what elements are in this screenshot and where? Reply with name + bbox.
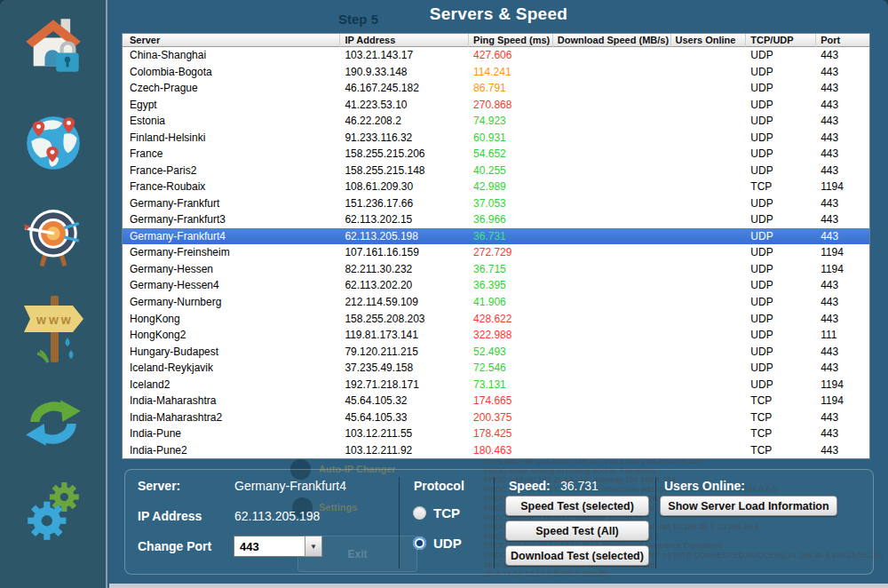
table-row[interactable]: Germany-Hessen462.113.202.2036.395UDP443 bbox=[123, 277, 869, 294]
cell-port[interactable]: 443 bbox=[816, 313, 869, 325]
table-row[interactable]: India-Pune103.12.211.55178.425TCP443 bbox=[123, 425, 869, 442]
cell-ip[interactable]: 62.113.202.20 bbox=[340, 279, 469, 291]
cell-protocol[interactable]: UDP bbox=[746, 197, 816, 210]
table-row[interactable]: France-Roubaix108.61.209.3042.989TCP1194 bbox=[123, 179, 869, 195]
table-row[interactable]: India-Maharashtra245.64.105.33200.375TCP… bbox=[123, 409, 869, 425]
cell-ping[interactable]: 174.665 bbox=[469, 394, 553, 407]
table-row[interactable]: Finland-Helsinki91.233.116.3260.931UDP44… bbox=[123, 130, 869, 147]
column-header-port[interactable]: Port bbox=[816, 34, 869, 47]
table-row[interactable]: Germany-Frankfurt462.113.205.19836.731UD… bbox=[123, 228, 869, 245]
cell-protocol[interactable]: TCP bbox=[746, 427, 816, 440]
cell-ping[interactable]: 54.652 bbox=[469, 147, 553, 160]
cell-protocol[interactable]: UDP bbox=[746, 164, 816, 177]
home-lock-icon[interactable] bbox=[23, 14, 83, 80]
tcp-radio[interactable] bbox=[413, 506, 426, 520]
cell-ip[interactable]: 119.81.173.141 bbox=[340, 329, 469, 341]
cell-ip[interactable]: 158.255.215.206 bbox=[340, 147, 469, 160]
cell-ping[interactable]: 270.868 bbox=[469, 99, 553, 111]
cell-port[interactable]: 443 bbox=[816, 411, 869, 424]
cell-ping[interactable]: 37.053 bbox=[469, 197, 553, 210]
cell-ping[interactable]: 180.463 bbox=[469, 444, 553, 457]
cell-ping[interactable]: 74.923 bbox=[469, 115, 553, 127]
cell-ip[interactable]: 45.64.105.33 bbox=[340, 411, 469, 424]
cell-port[interactable]: 1194 bbox=[816, 394, 869, 407]
cell-port[interactable]: 443 bbox=[816, 346, 869, 358]
cell-ip[interactable]: 103.12.211.92 bbox=[340, 444, 469, 457]
table-row[interactable]: Germany-Nurnberg212.114.59.10941.906UDP4… bbox=[123, 294, 869, 311]
table-row[interactable]: India-Pune2103.12.211.92180.463TCP443 bbox=[123, 441, 869, 458]
cell-port[interactable]: 443 bbox=[816, 147, 869, 160]
cell-port[interactable]: 111 bbox=[816, 329, 869, 341]
cell-port[interactable]: 1194 bbox=[816, 378, 869, 391]
table-row[interactable]: HongKong2119.81.173.141322.988UDP111 bbox=[123, 327, 869, 344]
cell-ip[interactable]: 192.71.218.171 bbox=[340, 378, 469, 391]
cell-ip[interactable]: 62.113.205.198 bbox=[340, 230, 469, 242]
cell-port[interactable]: 443 bbox=[816, 49, 869, 61]
column-header-users[interactable]: Users Online bbox=[671, 34, 747, 47]
chevron-down-icon[interactable]: ▼ bbox=[305, 536, 322, 557]
cell-port[interactable]: 443 bbox=[816, 296, 869, 308]
cell-ip[interactable]: 45.64.105.32 bbox=[340, 394, 469, 407]
cell-server[interactable]: Iceland-Reykjavik bbox=[123, 362, 340, 374]
table-row[interactable]: Hungary-Budapest79.120.211.21552.493UDP4… bbox=[123, 343, 869, 360]
column-header-protocol[interactable]: TCP/UDP bbox=[746, 34, 816, 47]
cell-ip[interactable]: 41.223.53.10 bbox=[340, 99, 469, 111]
cell-port[interactable]: 443 bbox=[816, 213, 869, 226]
cell-protocol[interactable]: UDP bbox=[746, 213, 816, 226]
globe-servers-icon[interactable] bbox=[24, 110, 83, 179]
show-server-load-button[interactable]: Show Server Load Information bbox=[660, 496, 837, 516]
cell-server[interactable]: HongKong2 bbox=[123, 329, 340, 341]
cell-ip[interactable]: 107.161.16.159 bbox=[340, 246, 469, 258]
cell-port[interactable]: 443 bbox=[816, 197, 869, 210]
cell-ping[interactable]: 428.622 bbox=[469, 313, 553, 325]
column-header-server[interactable]: Server bbox=[123, 34, 340, 47]
cell-protocol[interactable]: TCP bbox=[746, 411, 816, 424]
download-test-selected-button[interactable]: Download Test (selected) bbox=[505, 545, 649, 566]
cell-port[interactable]: 443 bbox=[816, 66, 869, 78]
table-row[interactable]: Iceland-Reykjavik37.235.49.15872.546UDP4… bbox=[123, 360, 869, 377]
cell-server[interactable]: Germany-Frankfurt4 bbox=[123, 230, 340, 242]
table-row[interactable]: India-Maharashtra45.64.105.32174.665TCP1… bbox=[123, 393, 869, 409]
cell-ip[interactable]: 46.22.208.2 bbox=[340, 115, 469, 127]
cell-ip[interactable]: 103.12.211.55 bbox=[340, 427, 469, 440]
cell-ping[interactable]: 60.931 bbox=[469, 131, 553, 144]
protocol-option-udp[interactable]: UDP bbox=[413, 536, 462, 551]
cell-protocol[interactable]: TCP bbox=[746, 180, 816, 193]
cell-ping[interactable]: 322.988 bbox=[469, 329, 553, 341]
cell-port[interactable]: 443 bbox=[816, 230, 869, 242]
cell-protocol[interactable]: UDP bbox=[746, 147, 816, 160]
cell-ip[interactable]: 46.167.245.182 bbox=[340, 82, 469, 94]
cell-server[interactable]: France bbox=[123, 147, 340, 160]
cell-ip[interactable]: 158.255.208.203 bbox=[340, 313, 469, 325]
cell-ping[interactable]: 41.906 bbox=[469, 296, 553, 308]
cell-ping[interactable]: 40.255 bbox=[469, 164, 553, 177]
sync-arrows-icon[interactable] bbox=[24, 387, 83, 458]
table-row[interactable]: Iceland2192.71.218.17173.131UDP1194 bbox=[123, 376, 869, 393]
cell-ping[interactable]: 114.241 bbox=[469, 66, 553, 78]
column-header-download[interactable]: Download Speed (MB/s) bbox=[553, 34, 671, 47]
cell-port[interactable]: 443 bbox=[816, 362, 869, 374]
cell-protocol[interactable]: UDP bbox=[746, 263, 816, 275]
table-row[interactable]: Colombia-Bogota190.9.33.148114.241UDP443 bbox=[123, 64, 869, 81]
cell-server[interactable]: France-Paris2 bbox=[123, 164, 340, 177]
table-row[interactable]: Germany-Frankfurt151.236.17.6637.053UDP4… bbox=[123, 195, 869, 212]
cell-protocol[interactable]: UDP bbox=[746, 49, 816, 61]
cell-ip[interactable]: 82.211.30.232 bbox=[340, 263, 469, 275]
cell-server[interactable]: India-Maharashtra bbox=[123, 394, 340, 407]
cell-server[interactable]: Hungary-Budapest bbox=[123, 346, 340, 358]
cell-ping[interactable]: 42.989 bbox=[469, 180, 553, 193]
cell-port[interactable]: 443 bbox=[816, 444, 869, 457]
cell-ping[interactable]: 200.375 bbox=[469, 411, 553, 424]
cell-protocol[interactable]: UDP bbox=[746, 246, 816, 258]
cell-protocol[interactable]: UDP bbox=[746, 131, 816, 144]
cell-server[interactable]: Estonia bbox=[123, 115, 340, 127]
table-row[interactable]: Germany-Frankfurt362.113.202.1536.966UDP… bbox=[123, 211, 869, 228]
column-header-ip[interactable]: IP Address bbox=[340, 34, 469, 47]
speed-test-all-button[interactable]: Speed Test (All) bbox=[505, 520, 649, 541]
cell-server[interactable]: India-Pune2 bbox=[123, 444, 340, 457]
cell-protocol[interactable]: UDP bbox=[746, 230, 816, 242]
cell-ip[interactable]: 79.120.211.215 bbox=[340, 346, 469, 358]
cell-server[interactable]: Germany-Frankfurt3 bbox=[123, 213, 340, 226]
cell-port[interactable]: 443 bbox=[816, 82, 869, 94]
cell-server[interactable]: Egypt bbox=[123, 99, 340, 111]
